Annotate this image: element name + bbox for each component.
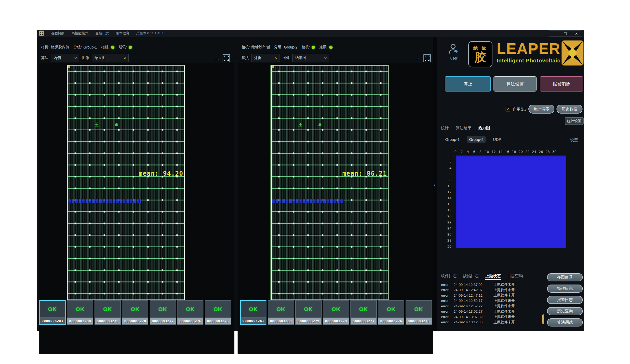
camera2-toolbar: 算法 外侧 ∨ 图像 结果图 ∨ xyxy=(242,54,329,62)
log-time: 24-09-14 13:12:36 xyxy=(454,320,494,324)
history-data-button[interactable]: 历史数据 xyxy=(556,105,582,114)
image-type-select[interactable]: 结果图 ∨ xyxy=(292,54,329,62)
camera1-result-image[interactable]: 王 ✽ mean: 94.20 xyxy=(67,65,185,300)
fullscreen-icon[interactable] xyxy=(223,54,230,62)
log-time: 24-09-14 12:37:02 xyxy=(454,283,494,287)
camera1-group: Group-1 xyxy=(83,45,97,49)
user-block[interactable]: user xyxy=(444,43,464,60)
log-tab[interactable]: 缺陷日志 xyxy=(463,274,479,280)
user-switch-icon xyxy=(448,43,460,55)
image-annotation-mark: 王 xyxy=(95,122,99,128)
heatmap-x-tick: 22 xyxy=(525,150,529,154)
log-tabs: 软件日志缺陷日志上抛状态日志查询 xyxy=(441,274,523,280)
log-side-button[interactable]: 算法调试 xyxy=(547,318,583,326)
sun-logo-icon xyxy=(561,39,584,67)
send-arrow-icon[interactable]: → xyxy=(214,55,220,61)
user-label: user xyxy=(444,56,464,60)
tile-serial: 0000003280 xyxy=(67,318,93,324)
alarm-clear-button[interactable]: 报警消除 xyxy=(540,76,583,92)
tile-serial: 0000003279 xyxy=(95,318,120,324)
log-side-button[interactable]: 存图目录 xyxy=(547,273,583,281)
tile-status: OK xyxy=(268,301,294,318)
result-tile[interactable]: OK 0000003278 xyxy=(122,300,148,325)
view-tab[interactable]: 算法结果 xyxy=(456,126,471,131)
collapse-handle-icon[interactable]: ‹ xyxy=(434,183,435,187)
restore-icon[interactable] xyxy=(560,31,571,36)
result-tile[interactable]: OK 0000003279 xyxy=(295,300,322,325)
result-tile[interactable]: OK 0000003280 xyxy=(67,300,93,325)
log-entry: error 24-09-14 13:02:27 上抛软件未开 xyxy=(441,309,542,314)
tile-status: OK xyxy=(378,301,404,318)
log-time: 24-09-14 12:57:22 xyxy=(454,304,494,308)
result-tile[interactable]: OK 0000003277 xyxy=(150,300,176,325)
heatmap-settings-button[interactable]: 设置 xyxy=(570,138,578,143)
image-corner-marker xyxy=(272,66,274,68)
stop-button[interactable]: 停止 xyxy=(445,76,491,92)
result-tile[interactable]: OK 0000003278 xyxy=(323,300,349,325)
menu-item[interactable]: 高性能模式 xyxy=(71,31,88,36)
result-tile[interactable]: OK 0000003276 xyxy=(378,300,404,325)
image-type-select[interactable]: 结果图 ∨ xyxy=(92,54,129,62)
result-tile[interactable]: OK 0000003277 xyxy=(350,300,377,325)
log-side-button[interactable]: 报警日志 xyxy=(547,296,583,304)
camera2-result-image[interactable]: 王 ✽ mean: 86.21 xyxy=(271,65,388,300)
enable-stats-checkbox[interactable]: ✓ xyxy=(506,107,510,111)
result-tile[interactable]: OK 0000003279 xyxy=(94,300,121,325)
algorithm-select[interactable]: 内侧 ∨ xyxy=(51,54,79,62)
result-tile[interactable]: OK 0000003275 xyxy=(205,300,231,325)
camera-status-dot xyxy=(312,46,315,49)
image-corner-marker xyxy=(68,66,70,68)
minimize-icon[interactable]: – xyxy=(549,31,560,36)
result-tile[interactable]: OK 0000003281 xyxy=(240,300,266,325)
log-level: error xyxy=(441,299,454,303)
heatmap-x-tick: 4 xyxy=(466,150,470,154)
result-tile[interactable]: OK 0000003281 xyxy=(39,300,66,325)
log-side-button[interactable]: 操作日志 xyxy=(547,285,583,293)
view-tab[interactable]: 统计 xyxy=(441,126,449,131)
camera2-view-icons: → xyxy=(415,54,431,62)
group-tab[interactable]: UDP xyxy=(491,136,503,143)
log-entry: error 24-09-14 12:57:22 上抛软件未开 xyxy=(441,303,542,309)
heatmap-y-tick: 28 xyxy=(447,238,452,242)
heatmap-y-tick: 30 xyxy=(447,244,452,248)
log-tab[interactable]: 日志查询 xyxy=(507,274,523,280)
result-tile[interactable]: OK 0000003275 xyxy=(406,300,432,325)
camera1-header: 相机:绝缘胶内侧 分组:Group-1 相机: 通讯: xyxy=(41,45,132,50)
stats-clear-button[interactable]: 统计清零 xyxy=(528,105,554,114)
menu-item[interactable]: 更新日志 xyxy=(95,31,109,36)
log-tab[interactable]: 上抛状态 xyxy=(485,274,501,280)
log-message: 上抛软件未开 xyxy=(494,309,542,314)
log-scrollbar-thumb[interactable] xyxy=(542,314,544,324)
log-tab[interactable]: 软件日志 xyxy=(441,274,457,280)
fullscreen-icon[interactable] xyxy=(423,54,431,62)
stats-settings-button[interactable]: 统计设置 xyxy=(565,117,584,125)
send-arrow-icon[interactable]: → xyxy=(415,55,421,61)
heatmap-x-tick: 24 xyxy=(532,150,536,154)
heatmap-x-tick: 0 xyxy=(454,150,457,154)
group-tab[interactable]: Group-2 xyxy=(467,136,486,143)
menu-item[interactable]: 版本信息 xyxy=(116,31,129,36)
algorithm-select[interactable]: 外侧 ∨ xyxy=(251,54,280,62)
log-level: error xyxy=(441,293,454,297)
log-side-button[interactable]: 历史查询 xyxy=(547,307,583,315)
menu-item[interactable]: 视图切换 xyxy=(51,31,65,36)
log-message: 上抛软件未开 xyxy=(494,288,542,292)
heatmap-x-tick: 30 xyxy=(552,150,556,154)
mean-value-overlay: mean: 86.21 xyxy=(342,170,387,177)
view-tabs: 统计算法结果热力图 xyxy=(441,126,490,131)
panel-divider[interactable]: ‹ xyxy=(433,37,437,331)
tile-serial: 0000003276 xyxy=(177,318,203,324)
algorithm-settings-button[interactable]: 算法设置 xyxy=(494,76,537,92)
heatmap-plot[interactable] xyxy=(456,156,566,248)
log-time: 24-09-14 12:42:07 xyxy=(454,288,494,292)
result-tile[interactable]: OK 0000003276 xyxy=(177,300,203,325)
group-tab[interactable]: Group-1 xyxy=(443,136,462,143)
heatmap-y-tick: 2 xyxy=(449,160,452,164)
camera1-name: 绝缘胶内侧 xyxy=(51,45,69,50)
close-icon[interactable]: ✕ xyxy=(571,31,582,36)
result-tile[interactable]: OK 0000003280 xyxy=(268,300,294,325)
heatmap-y-tick: 16 xyxy=(447,202,452,206)
heatmap-y-tick: 20 xyxy=(447,214,452,218)
camera2-group: Group-2 xyxy=(284,45,297,49)
view-tab[interactable]: 热力图 xyxy=(478,126,490,131)
